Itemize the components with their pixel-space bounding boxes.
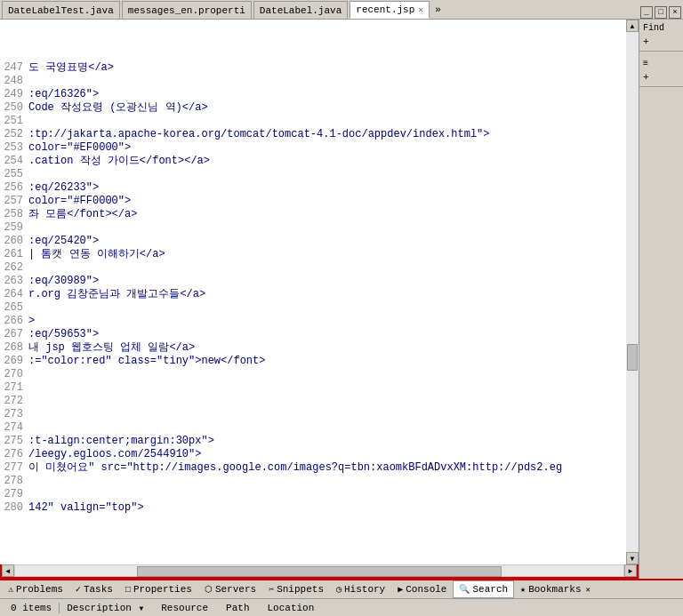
line-content — [28, 488, 626, 501]
section2-plus-icon[interactable]: + — [643, 72, 679, 83]
table-row: 257color="#FF0000"> — [0, 195, 626, 208]
tab-label: messages_en.properti — [128, 5, 245, 16]
editor-area: 247도 국영표명</a>248249:eq/16326">250Code 작성… — [0, 20, 639, 579]
vertical-scrollbar[interactable]: ▲ ▼ — [626, 20, 639, 564]
table-row: 247도 국영표명</a> — [0, 61, 626, 75]
line-number: 259 — [0, 221, 28, 235]
table-row: 270 — [0, 368, 626, 381]
table-row: 259 — [0, 221, 626, 235]
line-content: > — [28, 315, 626, 328]
bookmarks-icon: ★ — [520, 584, 526, 595]
line-number: 264 — [0, 288, 28, 301]
line-content: color="#FF0000"> — [28, 195, 626, 208]
line-content: /leegy.egloos.com/2544910"> — [28, 448, 626, 461]
line-content — [28, 475, 626, 488]
table-row: 249:eq/16326"> — [0, 88, 626, 101]
code-container[interactable]: 247도 국영표명</a>248249:eq/16326">250Code 작성… — [0, 20, 626, 564]
line-content: 이 미쳤어요" src="http://images.google.com/im… — [28, 461, 626, 475]
line-number: 266 — [0, 315, 28, 328]
tab-datelabeltest[interactable]: DateLabelTest.java — [2, 1, 120, 19]
tab-label: DateLabelTest.java — [8, 5, 114, 16]
tab-recentjsp[interactable]: recent.jsp ✕ — [350, 1, 430, 19]
line-content — [28, 381, 626, 395]
table-row: 253color="#EF0000"> — [0, 141, 626, 155]
search-icon: 🔍 — [459, 584, 470, 595]
line-content — [28, 368, 626, 381]
editor-content: 247도 국영표명</a>248249:eq/16326">250Code 작성… — [0, 20, 639, 564]
table-row: 256:eq/26233"> — [0, 181, 626, 195]
properties-label: Properties — [133, 584, 192, 595]
line-content: color="#EF0000"> — [28, 141, 626, 155]
line-number: 278 — [0, 475, 28, 488]
h-scroll-thumb[interactable] — [137, 566, 502, 577]
status-col-resource[interactable]: Resource — [161, 603, 208, 613]
status-col-location[interactable]: Location — [267, 603, 314, 613]
h-scroll-track[interactable] — [14, 564, 624, 577]
find-label[interactable]: Find — [643, 23, 679, 33]
right-section2: ≡ + — [639, 55, 683, 87]
tab-search[interactable]: 🔍 Search — [453, 580, 514, 598]
table-row: 279 — [0, 488, 626, 501]
minimize-button[interactable]: _ — [640, 6, 653, 19]
line-number: 252 — [0, 128, 28, 141]
section2-icon[interactable]: ≡ — [643, 59, 679, 68]
table-row: 280142" valign="top"> — [0, 501, 626, 515]
bookmarks-close-icon[interactable]: ✕ — [586, 585, 591, 595]
line-number: 272 — [0, 395, 28, 408]
tab-overflow-button[interactable]: » — [431, 1, 445, 19]
line-number: 280 — [0, 501, 28, 515]
close-button[interactable]: × — [669, 6, 681, 19]
tab-messages[interactable]: messages_en.properti — [122, 1, 252, 19]
line-number: 261 — [0, 248, 28, 261]
scroll-up-button[interactable]: ▲ — [626, 20, 639, 32]
tab-properties[interactable]: □ Properties — [119, 580, 198, 598]
scroll-left-button[interactable]: ◄ — [2, 564, 14, 577]
window-controls: _ □ × — [640, 6, 683, 19]
line-number: 276 — [0, 448, 28, 461]
line-content — [28, 75, 626, 88]
tab-datelabel[interactable]: DateLabel.java — [253, 1, 348, 19]
tab-servers[interactable]: ⬡ Servers — [198, 580, 262, 598]
resource-col-label: Resource — [161, 603, 208, 613]
tab-snippets[interactable]: ✂ Snippets — [262, 580, 330, 598]
line-number: 279 — [0, 488, 28, 501]
table-row: 278 — [0, 475, 626, 488]
scroll-track[interactable] — [626, 32, 639, 552]
status-bar: 0 items Description ▼ Resource Path Loca… — [0, 598, 683, 616]
line-content: :eq/25420"> — [28, 235, 626, 248]
status-col-description[interactable]: Description ▼ — [67, 603, 143, 613]
tasks-label: Tasks — [84, 584, 113, 595]
snippets-label: Snippets — [277, 584, 324, 595]
line-content: :t-align:center;margin:30px"> — [28, 435, 626, 448]
find-plus-icon[interactable]: + — [643, 36, 679, 47]
problems-label: Problems — [16, 584, 63, 595]
tab-label: DateLabel.java — [260, 5, 342, 16]
line-content: 좌 모름</font></a> — [28, 208, 626, 221]
table-row: 272 — [0, 395, 626, 408]
tab-close-icon[interactable]: ✕ — [418, 4, 423, 15]
tab-console[interactable]: ▶ Console — [391, 580, 453, 598]
tab-problems[interactable]: ⚠ Problems — [2, 580, 69, 598]
line-content: r.org 김창준님과 개발고수들</a> — [28, 288, 626, 301]
line-number: 249 — [0, 88, 28, 101]
line-content — [28, 421, 626, 435]
servers-label: Servers — [215, 584, 256, 595]
scroll-right-button[interactable]: ► — [624, 564, 637, 577]
scroll-down-button[interactable]: ▼ — [626, 552, 639, 564]
table-row: 252:tp://jakarta.apache-korea.org/tomcat… — [0, 128, 626, 141]
line-number: 248 — [0, 75, 28, 88]
status-col-path[interactable]: Path — [226, 603, 249, 613]
line-number: 258 — [0, 208, 28, 221]
line-number: 277 — [0, 461, 28, 475]
horizontal-scrollbar-area[interactable]: ◄ ► — [0, 564, 639, 579]
tab-bookmarks[interactable]: ★ Bookmarks ✕ — [514, 580, 597, 598]
scroll-thumb[interactable] — [627, 344, 638, 371]
maximize-button[interactable]: □ — [655, 6, 667, 19]
line-number: 275 — [0, 435, 28, 448]
console-label: Console — [406, 584, 446, 595]
tab-bar: DateLabelTest.java messages_en.properti … — [0, 0, 683, 20]
tab-tasks[interactable]: ✓ Tasks — [69, 580, 119, 598]
tab-history[interactable]: ◷ History — [330, 580, 391, 598]
line-content — [28, 168, 626, 181]
description-col-label: Description — [67, 603, 132, 613]
